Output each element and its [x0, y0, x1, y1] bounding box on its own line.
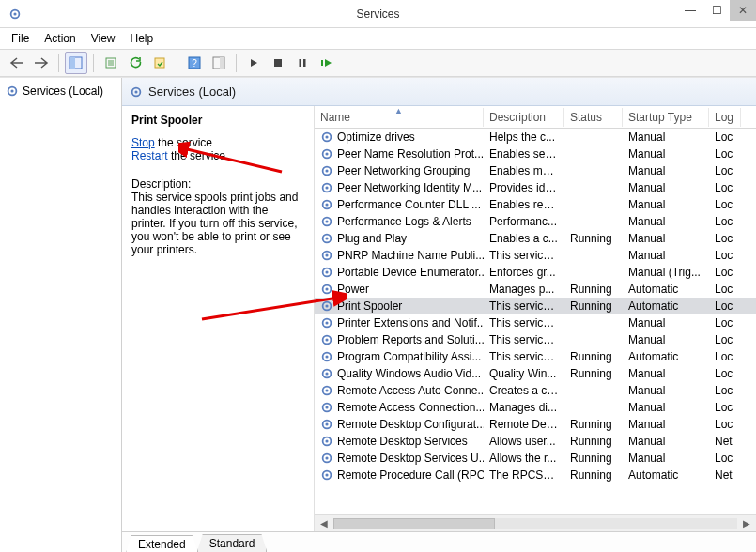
cell-name: Portable Device Enumerator... [337, 266, 484, 279]
service-row[interactable]: Portable Device Enumerator...Enforces gr… [315, 264, 756, 281]
cell-logon: Loc [709, 130, 741, 144]
service-row[interactable]: Remote Procedure Call (RPC)The RPCSS ...… [315, 467, 756, 483]
refresh-button[interactable] [124, 52, 147, 74]
service-row[interactable]: Print SpoolerThis service ...RunningAuto… [315, 298, 756, 314]
scroll-track[interactable] [333, 518, 737, 529]
service-row[interactable]: Remote Desktop Services U...Allows the r… [315, 450, 756, 467]
svg-point-21 [325, 152, 328, 155]
help-button[interactable]: ? [183, 52, 206, 74]
gear-icon [320, 215, 333, 228]
cell-logon: Loc [709, 316, 741, 330]
cell-description: This service ... [484, 316, 564, 330]
service-row[interactable]: Remote Access Connection...Manages di...… [315, 399, 756, 416]
service-row[interactable]: Remote Desktop Configurat...Remote Des..… [315, 416, 756, 433]
cell-name: Optimize drives [337, 130, 415, 144]
cell-description: Manages di... [484, 401, 564, 414]
tree-root-services-local[interactable]: Services (Local) [4, 84, 117, 99]
col-header-name[interactable]: ▲ Name [315, 108, 484, 127]
svg-point-55 [325, 439, 328, 442]
cell-logon: Loc [709, 401, 741, 414]
tree-root-label: Services (Local) [23, 84, 103, 98]
toolbar: ? [0, 49, 756, 77]
svg-rect-9 [220, 57, 224, 69]
minimize-button[interactable]: — [677, 0, 703, 21]
horizontal-scrollbar[interactable]: ◀ ▶ [315, 514, 756, 531]
restart-service-button[interactable] [316, 52, 338, 74]
service-row[interactable]: Printer Extensions and Notif...This serv… [315, 314, 756, 331]
scroll-right-icon[interactable]: ▶ [739, 518, 754, 529]
cell-name: Problem Reports and Soluti... [337, 333, 484, 346]
service-row[interactable]: PowerManages p...RunningAutomaticLoc [315, 281, 756, 298]
stop-service-button[interactable] [267, 52, 289, 74]
service-row[interactable]: Performance Counter DLL ...Enables rem..… [315, 196, 756, 213]
show-hide-console-tree-button[interactable] [65, 52, 87, 74]
action-pane-button[interactable] [208, 52, 230, 74]
pause-service-button[interactable] [291, 52, 314, 74]
svg-point-51 [325, 406, 328, 408]
service-row[interactable]: Quality Windows Audio Vid...Quality Win.… [315, 365, 756, 382]
menu-action[interactable]: Action [37, 30, 83, 47]
forward-button[interactable] [30, 52, 53, 74]
stop-service-link[interactable]: Stop [131, 136, 155, 149]
cell-startup: Manual [623, 249, 709, 262]
gear-icon [320, 181, 333, 194]
scroll-left-icon[interactable]: ◀ [316, 518, 332, 529]
restart-service-link[interactable]: Restart [131, 149, 168, 162]
service-row[interactable]: Plug and PlayEnables a c...RunningManual… [315, 230, 756, 247]
cell-description: Enables serv... [484, 147, 564, 161]
properties-button[interactable] [148, 52, 171, 74]
cell-description: Creates a co... [484, 384, 564, 397]
service-row[interactable]: PNRP Machine Name Publi...This service .… [315, 247, 756, 264]
start-service-button[interactable] [242, 52, 265, 74]
svg-point-1 [13, 12, 16, 15]
cell-description: Provides ide... [484, 181, 564, 194]
menu-help[interactable]: Help [123, 30, 162, 47]
gear-icon [320, 435, 333, 448]
col-header-startup[interactable]: Startup Type [623, 108, 709, 127]
menu-view[interactable]: View [84, 30, 123, 47]
col-header-logon[interactable]: Log [709, 108, 741, 127]
cell-startup: Automatic [623, 299, 709, 313]
menu-file[interactable]: File [4, 30, 37, 47]
cell-logon: Loc [709, 181, 741, 194]
scroll-thumb[interactable] [333, 518, 495, 529]
sort-indicator-icon: ▲ [394, 108, 403, 115]
cell-startup: Manual [623, 198, 709, 211]
cell-startup: Manual [623, 130, 709, 144]
gear-icon [320, 367, 333, 380]
gear-icon [320, 130, 333, 144]
col-header-status[interactable]: Status [564, 108, 623, 127]
app-icon [8, 7, 23, 22]
service-row[interactable]: Peer Networking GroupingEnables mul...Ma… [315, 162, 756, 179]
cell-description: Remote Des... [484, 418, 564, 431]
gear-icon [320, 232, 333, 245]
svg-point-47 [325, 372, 328, 375]
service-row[interactable]: Problem Reports and Soluti...This servic… [315, 331, 756, 348]
toolbar-separator [236, 54, 237, 72]
back-button[interactable] [6, 52, 28, 74]
detail-pane: Print Spooler Stop the service Restart t… [122, 106, 315, 531]
service-row[interactable]: Peer Networking Identity M...Provides id… [315, 179, 756, 196]
cell-logon: Loc [709, 147, 741, 161]
service-row[interactable]: Optimize drivesHelps the c...ManualLoc [315, 129, 756, 146]
service-row[interactable]: Performance Logs & AlertsPerformanc...Ma… [315, 213, 756, 230]
maximize-button[interactable]: ☐ [703, 0, 730, 21]
service-row[interactable]: Program Compatibility Assi...This servic… [315, 348, 756, 365]
cell-status: Running [564, 283, 623, 296]
cell-description: Enables mul... [484, 164, 564, 177]
close-button[interactable]: ✕ [730, 0, 756, 21]
cell-name: PNRP Machine Name Publi... [337, 249, 484, 262]
service-row[interactable]: Remote Access Auto Conne...Creates a co.… [315, 382, 756, 399]
col-header-description[interactable]: Description [484, 108, 564, 127]
menubar: File Action View Help [0, 28, 756, 49]
cell-startup: Manual [623, 384, 709, 397]
service-row[interactable]: Peer Name Resolution Prot...Enables serv… [315, 146, 756, 162]
export-list-button[interactable] [100, 52, 122, 74]
gear-icon [320, 198, 333, 211]
gear-icon [6, 84, 19, 98]
cell-name: Print Spooler [337, 299, 402, 313]
tab-standard[interactable]: Standard [197, 534, 268, 552]
service-row[interactable]: Remote Desktop ServicesAllows user...Run… [315, 433, 756, 450]
tab-extended[interactable]: Extended [126, 535, 198, 552]
cell-logon: Net [709, 435, 741, 448]
